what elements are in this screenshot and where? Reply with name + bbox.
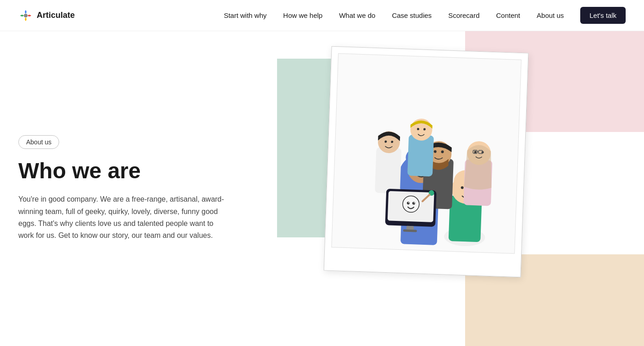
nav-link-content[interactable]: Content — [496, 11, 521, 19]
nav-links: Start with why How we help What we do Ca… — [224, 11, 626, 20]
polaroid-frame — [324, 46, 529, 278]
logo-icon — [18, 8, 33, 23]
svg-point-40 — [402, 196, 419, 213]
about-badge: About us — [18, 135, 59, 149]
page-title: Who we are — [18, 158, 229, 183]
nav-item-how-we-help[interactable]: How we help — [283, 11, 322, 20]
main-content: About us Who we are You're in good compa… — [0, 31, 644, 346]
svg-rect-46 — [403, 230, 417, 232]
nav-item-what-we-do[interactable]: What we do — [339, 11, 375, 20]
nav-item-content[interactable]: Content — [496, 11, 521, 20]
nav-link-case-studies[interactable]: Case studies — [392, 11, 432, 19]
logo-text: Articulate — [37, 11, 75, 20]
logo-link[interactable]: Articulate — [18, 8, 75, 23]
nav-link-start-with-why[interactable]: Start with why — [224, 11, 266, 19]
nav-item-case-studies[interactable]: Case studies — [392, 11, 432, 20]
polaroid-inner — [331, 53, 522, 254]
nav-item-scorecard[interactable]: Scorecard — [448, 11, 479, 20]
team-illustration — [332, 54, 521, 253]
nav-cta-button[interactable]: Let's talk — [580, 7, 626, 24]
nav-link-about-us[interactable]: About us — [537, 11, 564, 19]
nav-cta-item[interactable]: Let's talk — [580, 11, 626, 20]
svg-point-0 — [24, 14, 28, 17]
nav-link-scorecard[interactable]: Scorecard — [448, 11, 479, 19]
page-description: You're in good company. We are a free-ra… — [18, 193, 229, 242]
nav-item-start-with-why[interactable]: Start with why — [224, 11, 266, 20]
hero-illustration — [277, 31, 644, 346]
svg-rect-30 — [375, 147, 401, 193]
nav-link-what-we-do[interactable]: What we do — [339, 11, 375, 19]
svg-rect-34 — [407, 135, 434, 176]
hero-text: About us Who we are You're in good compa… — [18, 135, 229, 242]
nav-item-about-us[interactable]: About us — [537, 11, 564, 20]
navigation: Articulate Start with why How we help Wh… — [0, 0, 644, 31]
nav-link-how-we-help[interactable]: How we help — [283, 11, 322, 19]
